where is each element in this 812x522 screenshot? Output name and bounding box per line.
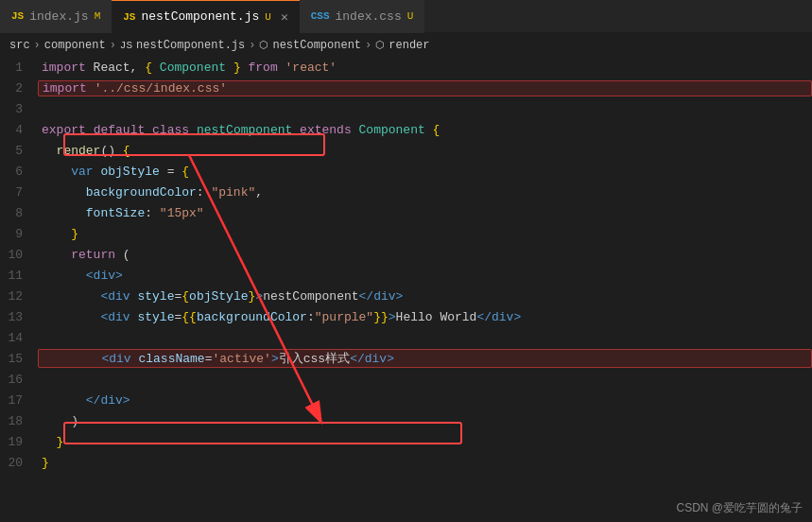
code-line: 11 <div> <box>0 265 812 286</box>
tab-badge: U <box>407 10 414 22</box>
line-code: import React, { Component } from 'react' <box>38 61 812 75</box>
line-code: <div style={{backgroundColor:"purple"}}>… <box>38 310 812 324</box>
line-number: 6 <box>0 165 38 179</box>
code-editor: 1import React, { Component } from 'react… <box>0 57 812 522</box>
css-icon: CSS <box>311 10 330 22</box>
line-code: backgroundColor: "pink", <box>38 185 812 200</box>
line-code: return ( <box>38 248 812 262</box>
tab-index-js[interactable]: JS index.js M <box>0 0 112 33</box>
line-number: 13 <box>0 310 38 324</box>
editor-container: 1import React, { Component } from 'react… <box>0 57 812 522</box>
code-line: 18 ) <box>0 410 812 431</box>
line-code: } <box>38 435 812 449</box>
tab-nest-component-js[interactable]: JS nestComponent.js U ✕ <box>112 0 299 33</box>
tab-badge: U <box>265 11 271 23</box>
line-number: 4 <box>0 123 38 137</box>
line-number: 19 <box>0 435 38 449</box>
line-number: 10 <box>0 248 38 262</box>
bc-render: render <box>389 39 429 52</box>
js-icon: JS <box>11 10 24 22</box>
code-line: 15 <div className='active'>引入css样式</div> <box>0 348 812 369</box>
code-line: 4export default class nestComponent exte… <box>0 119 812 140</box>
line-code: <div className='active'>引入css样式</div> <box>38 349 812 368</box>
code-line: 7 backgroundColor: "pink", <box>0 182 812 202</box>
tab-badge: M <box>95 10 101 22</box>
bc-render-icon: ⬡ <box>375 39 385 51</box>
line-code: import '../css/index.css' <box>38 80 812 96</box>
line-number: 16 <box>0 373 38 387</box>
line-number: 7 <box>0 185 38 200</box>
line-code: } <box>38 456 812 470</box>
tab-index-css[interactable]: CSS index.css U <box>300 0 425 33</box>
code-line: 2import '../css/index.css' <box>0 78 812 98</box>
code-line: 16 <box>0 369 812 390</box>
line-code: var objStyle = { <box>38 165 812 179</box>
js-icon: JS <box>123 11 135 23</box>
line-code: </div> <box>38 393 812 408</box>
code-line: 12 <div style={objStyle}>nestComponent</… <box>0 286 812 306</box>
line-code: ) <box>38 414 812 428</box>
code-line: 9 } <box>0 223 812 244</box>
bc-classname: nestComponent <box>272 39 361 52</box>
line-number: 9 <box>0 227 38 241</box>
line-code: export default class nestComponent exten… <box>38 123 812 137</box>
line-number: 8 <box>0 206 38 220</box>
code-line: 8 fontSize: "15px" <box>0 202 812 223</box>
bc-js-icon: JS <box>120 40 132 51</box>
line-number: 11 <box>0 269 38 283</box>
bc-filename: nestComponent.js <box>136 39 245 52</box>
line-number: 20 <box>0 456 38 470</box>
line-number: 18 <box>0 414 38 428</box>
bc-component: component <box>44 39 106 52</box>
line-number: 12 <box>0 289 38 304</box>
line-code: <div style={objStyle}>nestComponent</div… <box>38 289 812 304</box>
line-code: fontSize: "15px" <box>38 206 812 220</box>
line-number: 2 <box>0 81 38 96</box>
line-number: 17 <box>0 393 38 408</box>
bc-src: src <box>9 39 30 52</box>
code-line: 6 var objStyle = { <box>0 161 812 182</box>
tab-close-button[interactable]: ✕ <box>281 9 288 25</box>
line-number: 14 <box>0 331 38 345</box>
breadcrumb: src › component › JS nestComponent.js › … <box>0 33 812 57</box>
code-line: 17 </div> <box>0 390 812 410</box>
tab-label: nestComponent.js <box>141 9 259 24</box>
tab-bar: JS index.js M JS nestComponent.js U ✕ CS… <box>0 0 812 33</box>
code-line: 19 } <box>0 431 812 452</box>
line-code: } <box>38 227 812 241</box>
code-line: 5 render() { <box>0 140 812 161</box>
line-number: 1 <box>0 61 38 75</box>
line-number: 5 <box>0 144 38 158</box>
line-number: 3 <box>0 102 38 116</box>
code-line: 13 <div style={{backgroundColor:"purple"… <box>0 306 812 327</box>
code-line: 10 return ( <box>0 244 812 265</box>
tab-label: index.css <box>336 9 402 24</box>
tab-label: index.js <box>29 9 88 24</box>
watermark: CSDN @爱吃芋圆的兔子 <box>676 500 803 516</box>
line-code: <div> <box>38 269 812 283</box>
bc-class-icon: ⬡ <box>259 39 268 51</box>
line-code: render() { <box>38 144 812 158</box>
code-line: 14 <box>0 327 812 348</box>
code-line: 1import React, { Component } from 'react… <box>0 57 812 78</box>
line-number: 15 <box>0 352 38 366</box>
code-line: 20} <box>0 452 812 473</box>
code-line: 3 <box>0 98 812 119</box>
